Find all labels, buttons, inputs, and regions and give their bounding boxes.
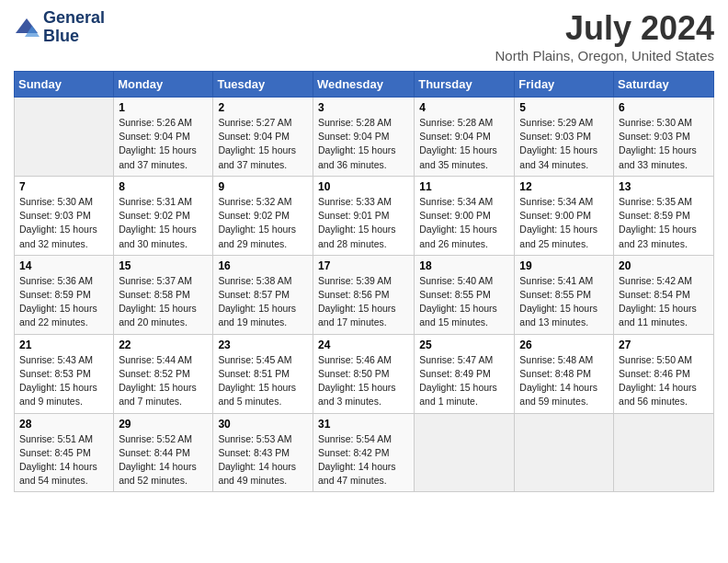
day-info: Sunrise: 5:29 AM Sunset: 9:03 PM Dayligh… [519, 116, 609, 172]
calendar-cell: 22Sunrise: 5:44 AM Sunset: 8:52 PM Dayli… [114, 334, 213, 413]
header-day-friday: Friday [515, 72, 614, 98]
day-number: 29 [119, 418, 208, 431]
day-info: Sunrise: 5:44 AM Sunset: 8:52 PM Dayligh… [119, 353, 208, 409]
day-info: Sunrise: 5:42 AM Sunset: 8:54 PM Dayligh… [619, 274, 709, 330]
day-number: 1 [119, 101, 208, 114]
day-number: 5 [519, 101, 609, 114]
main-title: July 2024 [495, 9, 714, 48]
week-row-2: 7Sunrise: 5:30 AM Sunset: 9:03 PM Daylig… [15, 176, 714, 255]
header-day-monday: Monday [114, 72, 213, 98]
calendar-cell: 17Sunrise: 5:39 AM Sunset: 8:56 PM Dayli… [313, 255, 414, 334]
day-number: 25 [419, 339, 509, 351]
day-info: Sunrise: 5:34 AM Sunset: 9:00 PM Dayligh… [419, 195, 509, 251]
calendar-cell: 5Sunrise: 5:29 AM Sunset: 9:03 PM Daylig… [515, 98, 614, 177]
day-info: Sunrise: 5:30 AM Sunset: 9:03 PM Dayligh… [19, 195, 108, 251]
header-day-tuesday: Tuesday [213, 72, 313, 98]
day-info: Sunrise: 5:30 AM Sunset: 9:03 PM Dayligh… [619, 116, 709, 172]
logo-icon [14, 15, 40, 40]
logo-line2: Blue [43, 28, 105, 46]
day-number: 10 [318, 180, 409, 193]
day-number: 8 [119, 180, 208, 193]
day-info: Sunrise: 5:28 AM Sunset: 9:04 PM Dayligh… [318, 116, 409, 172]
day-number: 12 [519, 180, 609, 193]
subtitle: North Plains, Oregon, United States [495, 48, 714, 63]
day-info: Sunrise: 5:43 AM Sunset: 8:53 PM Dayligh… [19, 353, 108, 409]
day-number: 9 [218, 180, 308, 193]
calendar-cell: 31Sunrise: 5:54 AM Sunset: 8:42 PM Dayli… [313, 413, 414, 492]
day-number: 22 [119, 339, 208, 351]
day-info: Sunrise: 5:32 AM Sunset: 9:02 PM Dayligh… [218, 195, 308, 251]
calendar-cell: 18Sunrise: 5:40 AM Sunset: 8:55 PM Dayli… [415, 255, 515, 334]
day-number: 23 [218, 339, 308, 351]
calendar-cell: 19Sunrise: 5:41 AM Sunset: 8:55 PM Dayli… [515, 255, 614, 334]
day-number: 16 [218, 259, 308, 272]
calendar-cell: 30Sunrise: 5:53 AM Sunset: 8:43 PM Dayli… [213, 413, 313, 492]
calendar-cell: 21Sunrise: 5:43 AM Sunset: 8:53 PM Dayli… [15, 334, 114, 413]
day-info: Sunrise: 5:37 AM Sunset: 8:58 PM Dayligh… [119, 274, 208, 330]
day-number: 26 [519, 339, 609, 351]
day-info: Sunrise: 5:31 AM Sunset: 9:02 PM Dayligh… [119, 195, 208, 251]
logo: General Blue [14, 9, 105, 46]
calendar-cell: 25Sunrise: 5:47 AM Sunset: 8:49 PM Dayli… [415, 334, 515, 413]
day-info: Sunrise: 5:47 AM Sunset: 8:49 PM Dayligh… [419, 353, 509, 409]
calendar-cell: 1Sunrise: 5:26 AM Sunset: 9:04 PM Daylig… [114, 98, 213, 177]
calendar-cell: 6Sunrise: 5:30 AM Sunset: 9:03 PM Daylig… [614, 98, 714, 177]
calendar-cell: 15Sunrise: 5:37 AM Sunset: 8:58 PM Dayli… [114, 255, 213, 334]
calendar-cell: 2Sunrise: 5:27 AM Sunset: 9:04 PM Daylig… [213, 98, 313, 177]
calendar-cell: 11Sunrise: 5:34 AM Sunset: 9:00 PM Dayli… [415, 176, 515, 255]
calendar-cell: 14Sunrise: 5:36 AM Sunset: 8:59 PM Dayli… [15, 255, 114, 334]
calendar-cell: 3Sunrise: 5:28 AM Sunset: 9:04 PM Daylig… [313, 98, 414, 177]
calendar-cell: 23Sunrise: 5:45 AM Sunset: 8:51 PM Dayli… [213, 334, 313, 413]
day-info: Sunrise: 5:41 AM Sunset: 8:55 PM Dayligh… [519, 274, 609, 330]
day-info: Sunrise: 5:52 AM Sunset: 8:44 PM Dayligh… [119, 432, 208, 488]
day-number: 7 [19, 180, 108, 193]
calendar-cell: 24Sunrise: 5:46 AM Sunset: 8:50 PM Dayli… [313, 334, 414, 413]
calendar-cell [515, 413, 614, 492]
day-number: 18 [419, 259, 509, 272]
week-row-5: 28Sunrise: 5:51 AM Sunset: 8:45 PM Dayli… [15, 413, 714, 492]
calendar-cell: 12Sunrise: 5:34 AM Sunset: 9:00 PM Dayli… [515, 176, 614, 255]
day-info: Sunrise: 5:48 AM Sunset: 8:48 PM Dayligh… [519, 353, 609, 409]
day-info: Sunrise: 5:35 AM Sunset: 8:59 PM Dayligh… [619, 195, 709, 251]
day-number: 20 [619, 259, 709, 272]
day-info: Sunrise: 5:26 AM Sunset: 9:04 PM Dayligh… [119, 116, 208, 172]
calendar-cell: 27Sunrise: 5:50 AM Sunset: 8:46 PM Dayli… [614, 334, 714, 413]
day-number: 4 [419, 101, 509, 114]
calendar-cell: 20Sunrise: 5:42 AM Sunset: 8:54 PM Dayli… [614, 255, 714, 334]
day-number: 17 [318, 259, 409, 272]
day-number: 11 [419, 180, 509, 193]
day-number: 31 [318, 418, 409, 431]
day-info: Sunrise: 5:45 AM Sunset: 8:51 PM Dayligh… [218, 353, 308, 409]
day-info: Sunrise: 5:38 AM Sunset: 8:57 PM Dayligh… [218, 274, 308, 330]
day-number: 30 [218, 418, 308, 431]
calendar-cell: 28Sunrise: 5:51 AM Sunset: 8:45 PM Dayli… [15, 413, 114, 492]
week-row-4: 21Sunrise: 5:43 AM Sunset: 8:53 PM Dayli… [15, 334, 714, 413]
day-info: Sunrise: 5:51 AM Sunset: 8:45 PM Dayligh… [19, 432, 108, 488]
day-info: Sunrise: 5:39 AM Sunset: 8:56 PM Dayligh… [318, 274, 409, 330]
day-number: 27 [619, 339, 709, 351]
day-number: 6 [619, 101, 709, 114]
calendar-table: SundayMondayTuesdayWednesdayThursdayFrid… [14, 71, 714, 492]
calendar-cell: 9Sunrise: 5:32 AM Sunset: 9:02 PM Daylig… [213, 176, 313, 255]
calendar-cell: 16Sunrise: 5:38 AM Sunset: 8:57 PM Dayli… [213, 255, 313, 334]
calendar-cell: 8Sunrise: 5:31 AM Sunset: 9:02 PM Daylig… [114, 176, 213, 255]
calendar-cell: 29Sunrise: 5:52 AM Sunset: 8:44 PM Dayli… [114, 413, 213, 492]
day-info: Sunrise: 5:33 AM Sunset: 9:01 PM Dayligh… [318, 195, 409, 251]
day-number: 15 [119, 259, 208, 272]
header-day-saturday: Saturday [614, 72, 714, 98]
title-area: July 2024 North Plains, Oregon, United S… [495, 9, 714, 63]
day-info: Sunrise: 5:54 AM Sunset: 8:42 PM Dayligh… [318, 432, 409, 488]
day-number: 13 [619, 180, 709, 193]
day-info: Sunrise: 5:36 AM Sunset: 8:59 PM Dayligh… [19, 274, 108, 330]
day-number: 14 [19, 259, 108, 272]
calendar-cell: 4Sunrise: 5:28 AM Sunset: 9:04 PM Daylig… [415, 98, 515, 177]
day-info: Sunrise: 5:27 AM Sunset: 9:04 PM Dayligh… [218, 116, 308, 172]
page-header: General Blue July 2024 North Plains, Ore… [14, 9, 714, 63]
day-info: Sunrise: 5:50 AM Sunset: 8:46 PM Dayligh… [619, 353, 709, 409]
header-day-wednesday: Wednesday [313, 72, 414, 98]
day-info: Sunrise: 5:53 AM Sunset: 8:43 PM Dayligh… [218, 432, 308, 488]
calendar-cell [15, 98, 114, 177]
calendar-cell: 26Sunrise: 5:48 AM Sunset: 8:48 PM Dayli… [515, 334, 614, 413]
day-number: 21 [19, 339, 108, 351]
day-info: Sunrise: 5:28 AM Sunset: 9:04 PM Dayligh… [419, 116, 509, 172]
